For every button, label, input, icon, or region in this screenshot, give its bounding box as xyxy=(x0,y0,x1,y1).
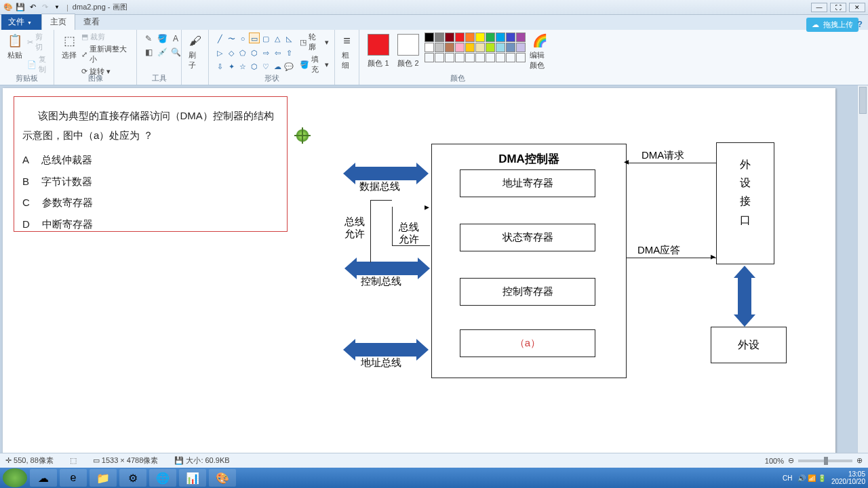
text-tool[interactable]: A xyxy=(170,33,182,45)
scrollbar-thumb[interactable] xyxy=(859,87,867,114)
question-text: 该图为典型的直接存储器访问（DMA）控制器的结构示意图，图中（a）处应为 ？ xyxy=(22,106,279,145)
system-tray[interactable]: CH 🔊 📶 🔋 13:05 2020/10/20 xyxy=(783,470,865,485)
clipboard-group-label: 剪贴板 xyxy=(0,73,54,83)
view-tab[interactable]: 查看 xyxy=(75,14,108,30)
edit-colors-button[interactable]: 🌈编辑颜色 xyxy=(527,31,552,72)
question-box: 该图为典型的直接存储器访问（DMA）控制器的结构示意图，图中（a）处应为 ？ A… xyxy=(14,96,288,232)
image-group-label: 图像 xyxy=(54,73,136,83)
option-b: B字节计数器 xyxy=(22,172,279,192)
fill-tool[interactable]: 🪣 xyxy=(156,33,168,45)
taskbar-paint[interactable]: 🎨 xyxy=(209,469,236,487)
save-icon[interactable]: 💾 xyxy=(15,2,26,13)
tools-group-label: 工具 xyxy=(137,73,181,83)
home-tab[interactable]: 主页 xyxy=(41,14,75,30)
device-interface-box: 外设接口 xyxy=(716,142,774,264)
outline-button[interactable]: ◳轮廓 ▾ xyxy=(298,31,330,53)
size-group: ≡粗细 xyxy=(335,30,359,85)
qat-dropdown-icon[interactable]: ▼ xyxy=(52,2,62,13)
picker-tool[interactable]: 💉 xyxy=(156,46,168,58)
tools-group: ✎ 🪣 A ◧ 💉 🔍 工具 xyxy=(137,30,182,85)
taskbar-explorer[interactable]: 📁 xyxy=(90,469,117,487)
zoom-in-button[interactable]: ⊕ xyxy=(856,456,863,465)
close-button[interactable]: ✕ xyxy=(849,3,865,12)
paste-button[interactable]: 📋粘贴 xyxy=(4,31,26,75)
cursor-position: ✛ 550, 88像素 xyxy=(5,455,54,466)
clock-date: 2020/10/20 xyxy=(831,478,865,485)
address-register: 地址寄存器 xyxy=(460,169,595,197)
canvas[interactable]: 该图为典型的直接存储器访问（DMA）控制器的结构示意图，图中（a）处应为 ？ A… xyxy=(3,88,835,453)
redo-icon[interactable]: ↷ xyxy=(39,2,50,13)
data-bus-arrow xyxy=(354,167,418,180)
taskbar-app-1[interactable]: ☁ xyxy=(30,469,57,487)
address-bus-arrow xyxy=(354,343,418,357)
control-bus-label: 控制总线 xyxy=(361,275,401,288)
taskbar-app-2[interactable]: ⚙ xyxy=(119,469,146,487)
status-register: 状态寄存器 xyxy=(460,224,595,251)
taskbar-browser[interactable]: 🌐 xyxy=(149,469,176,487)
shapes-group-label: 形状 xyxy=(209,73,334,83)
device-box: 外设 xyxy=(711,327,787,363)
bus-allow-1: 总线允许 xyxy=(343,216,366,240)
zoom-control[interactable]: 100% ⊖ ⊕ xyxy=(765,456,863,465)
tray-icons[interactable]: 🔊 📶 🔋 xyxy=(797,474,826,482)
size-icon: ≡ xyxy=(339,33,355,49)
cloud-icon: ☁ xyxy=(812,20,819,29)
window-controls: — ⛶ ✕ xyxy=(811,3,865,12)
bus-allow-2: 总线允许 xyxy=(397,221,420,245)
colors-group-label: 颜色 xyxy=(359,73,556,83)
zoom-out-button[interactable]: ⊖ xyxy=(788,456,794,465)
fill-button[interactable]: 🪣填充 ▾ xyxy=(298,54,330,75)
data-bus-label: 数据总线 xyxy=(359,180,400,193)
address-bus-label: 地址总线 xyxy=(361,357,401,369)
app-icon: 🎨 xyxy=(3,2,14,13)
iface-char: 口 xyxy=(717,211,774,229)
cut-icon: ✂ xyxy=(27,38,33,47)
brush-button[interactable]: 🖌刷子 xyxy=(186,31,204,72)
dma-request-label: DMA请求 xyxy=(642,149,684,162)
colors-group: 颜色 1 颜色 2 🌈编辑颜色 颜色 xyxy=(359,30,556,85)
dma-ack-label: DMA应答 xyxy=(637,244,680,257)
help-icon[interactable]: ? xyxy=(857,19,863,29)
maximize-button[interactable]: ⛶ xyxy=(830,3,846,12)
vertical-scrollbar[interactable] xyxy=(857,85,868,453)
undo-icon[interactable]: ↶ xyxy=(27,2,38,13)
outline-icon: ◳ xyxy=(300,38,307,47)
dma-title: DMA控制器 xyxy=(432,151,626,167)
blank-register-a: （a） xyxy=(460,329,595,357)
clock-time: 13:05 xyxy=(831,470,865,478)
cloud-upload-button[interactable]: ☁ 拖拽上传 xyxy=(806,18,859,32)
file-size: 💾 大小: 60.9KB xyxy=(174,455,229,466)
selection-size: ⬚ xyxy=(70,456,77,465)
tab-bar: 文件 主页 查看 xyxy=(0,15,868,30)
shapes-gallery[interactable]: ╱〜○▭▢△◺ ▷◇⬠⬡⇨⇦⇧ ⇩✦☆⬡♡☁💬 xyxy=(213,31,296,75)
taskbar-ie[interactable]: e xyxy=(60,469,87,487)
lang-indicator[interactable]: CH xyxy=(783,474,792,482)
pencil-tool[interactable]: ✎ xyxy=(142,33,155,45)
fillshape-icon: 🪣 xyxy=(300,60,309,69)
iface-device-arrow xyxy=(738,277,751,316)
resize-icon: ⤢ xyxy=(81,50,87,59)
color2-button[interactable]: 颜色 2 xyxy=(393,31,423,70)
iface-char: 设 xyxy=(717,174,774,192)
file-tab[interactable]: 文件 xyxy=(1,14,41,30)
taskbar-app-3[interactable]: 📊 xyxy=(179,469,206,487)
eraser-tool[interactable]: ◧ xyxy=(142,46,155,58)
minimize-button[interactable]: — xyxy=(811,3,827,12)
req-arrowhead: ◂ xyxy=(624,156,629,167)
taskbar: ☁ e 📁 ⚙ 🌐 📊 🎨 CH 🔊 📶 🔋 13:05 2020/10/20 xyxy=(0,468,868,488)
resize-button[interactable]: ⤢重新调整大小 xyxy=(80,43,132,65)
color1-button[interactable]: 颜色 1 xyxy=(363,31,393,70)
size-button[interactable]: ≡粗细 xyxy=(339,31,355,72)
canvas-area[interactable]: 该图为典型的直接存储器访问（DMA）控制器的结构示意图，图中（a）处应为 ？ A… xyxy=(0,85,857,453)
zoom-slider[interactable] xyxy=(798,460,852,462)
iface-char: 外 xyxy=(717,155,774,174)
edit-colors-icon: 🌈 xyxy=(532,33,548,49)
magnifier-tool[interactable]: 🔍 xyxy=(170,46,182,58)
start-button[interactable] xyxy=(3,468,27,487)
zoom-value: 100% xyxy=(765,457,784,465)
color-palette[interactable] xyxy=(423,31,527,64)
select-button[interactable]: ⬚选择 xyxy=(58,31,80,77)
image-group: ⬚选择 ⬒裁剪 ⤢重新调整大小 ⟳旋转 ▾ 图像 xyxy=(54,30,137,85)
crosshair-cursor xyxy=(296,129,309,142)
crop-icon: ⬒ xyxy=(81,33,88,41)
